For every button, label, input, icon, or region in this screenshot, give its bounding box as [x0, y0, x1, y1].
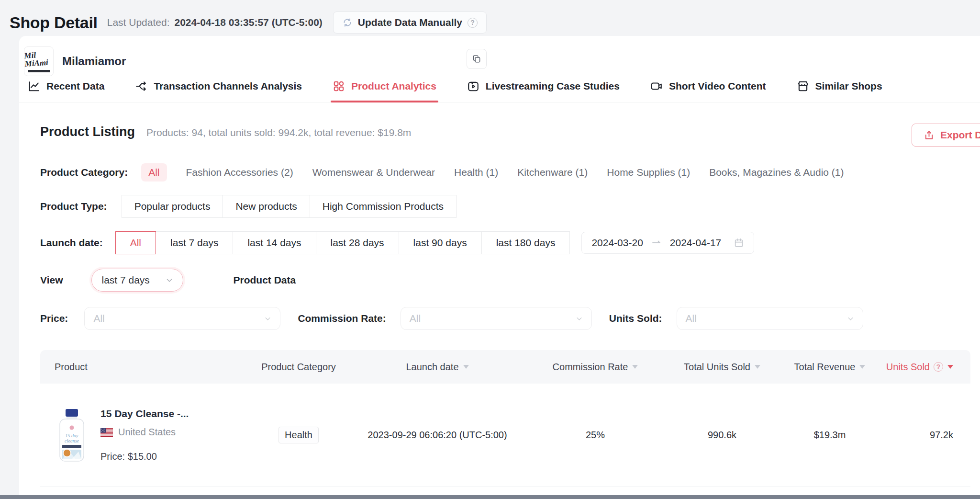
category-option-all[interactable]: All: [141, 163, 167, 181]
product-type-row: Product Type: Popular products New produ…: [40, 195, 980, 218]
live-video-icon: [467, 80, 479, 92]
date-from[interactable]: 2024-03-20: [591, 237, 643, 249]
commission-rate-select[interactable]: All: [401, 307, 592, 330]
table-row[interactable]: 15 day cleanse 15 Day Cleanse -...: [40, 384, 970, 487]
price-label: Price:: [40, 313, 68, 324]
svg-text:cleanse: cleanse: [65, 438, 79, 443]
commission-rate-cell: 25%: [523, 430, 667, 441]
date-to[interactable]: 2024-04-17: [670, 237, 721, 249]
category-option-books-magazines-audio[interactable]: Books, Magazines & Audio (1): [709, 167, 844, 178]
view-select[interactable]: last 7 days: [91, 269, 183, 292]
product-info: 15 Day Cleanse -...: [100, 408, 189, 462]
video-camera-icon: [650, 80, 663, 92]
type-option-high-commission[interactable]: High Commission Products: [310, 195, 457, 218]
units-sold-help-icon[interactable]: ?: [934, 362, 943, 372]
export-icon: [924, 130, 935, 141]
category-option-kitchenware[interactable]: Kitchenware (1): [517, 167, 588, 178]
refresh-icon: [342, 17, 353, 28]
category-option-fashion-accessories[interactable]: Fashion Accessories (2): [186, 167, 293, 178]
shop-header: Mil MiAmi Milamiamor: [19, 36, 980, 77]
product-image[interactable]: 15 day cleanse: [55, 408, 89, 462]
category-option-home-supplies[interactable]: Home Supplies (1): [607, 167, 690, 178]
sort-caret-icon: [463, 365, 469, 369]
view-select-value: last 7 days: [101, 274, 149, 286]
product-cell: 15 day cleanse 15 Day Cleanse -...: [40, 408, 246, 462]
listing-title: Product Listing: [40, 125, 135, 139]
shop-logo-bar: [28, 70, 50, 72]
category-filter-row: Product Category: All Fashion Accessorie…: [40, 163, 980, 181]
launch-option-90-days[interactable]: last 90 days: [399, 231, 482, 254]
col-total-revenue[interactable]: Total Revenue: [777, 362, 882, 373]
tab-recent-data[interactable]: Recent Data: [28, 80, 104, 102]
listing-header: Product Listing Products: 94, total unit…: [40, 125, 980, 139]
country-row: United States: [100, 427, 189, 438]
launch-date-label: Launch date:: [40, 237, 103, 249]
shop-logo-text: Mil MiAmi: [24, 49, 54, 68]
col-label: Units Sold: [886, 362, 930, 373]
launch-date-options: All last 7 days last 14 days last 28 day…: [115, 231, 570, 254]
sort-caret-icon: [632, 365, 638, 369]
shop-logo: Mil MiAmi: [24, 46, 54, 76]
copy-button[interactable]: [467, 49, 487, 69]
col-units-sold[interactable]: Units Sold ?: [882, 362, 970, 373]
svg-text:15 day: 15 day: [66, 433, 79, 438]
update-help-icon[interactable]: ?: [468, 18, 478, 28]
table-header: Product Product Category Launch date Com…: [40, 350, 970, 384]
us-flag-icon: [100, 428, 113, 437]
product-type-options: Popular products New products High Commi…: [122, 195, 457, 218]
product-name[interactable]: 15 Day Cleanse -...: [100, 408, 189, 420]
product-data-title: Product Data: [233, 274, 296, 286]
launch-date-cell: 2023-09-29 06:06:20 (UTC-5:00): [351, 430, 523, 441]
tab-livestreaming[interactable]: Livestreaming Case Studies: [467, 80, 620, 102]
launch-date-row: Launch date: All last 7 days last 14 day…: [40, 231, 980, 254]
tabs-bar: Recent Data Transaction Channels Analysi…: [19, 80, 980, 102]
date-range-picker[interactable]: 2024-03-20 2024-04-17: [581, 232, 754, 254]
launch-option-180-days[interactable]: last 180 days: [481, 231, 570, 254]
branch-icon: [135, 80, 147, 92]
launch-option-14-days[interactable]: last 14 days: [233, 231, 316, 254]
category-option-health[interactable]: Health (1): [454, 167, 498, 178]
arrow-right-icon: [652, 240, 661, 246]
export-button[interactable]: Export Data: [912, 124, 980, 147]
tab-label: Recent Data: [46, 80, 104, 92]
launch-option-all[interactable]: All: [115, 231, 156, 254]
type-option-popular[interactable]: Popular products: [122, 195, 223, 218]
launch-option-7-days[interactable]: last 7 days: [156, 231, 233, 254]
col-product: Product: [40, 362, 246, 373]
col-label: Total Units Sold: [684, 362, 750, 373]
top-header: Shop Detail Last Updated: 2024-04-18 03:…: [0, 0, 980, 34]
shop-icon: [797, 80, 809, 92]
total-revenue-cell: $19.3m: [777, 430, 882, 441]
category-option-womenswear[interactable]: Womenswear & Underwear: [312, 167, 435, 178]
units-select-value: All: [686, 313, 697, 324]
category-options: All Fashion Accessories (2) Womenswear &…: [141, 163, 844, 181]
product-price: Price: $15.00: [100, 451, 189, 462]
col-label: Total Revenue: [794, 362, 856, 373]
col-commission-rate[interactable]: Commission Rate: [523, 362, 667, 373]
update-data-button[interactable]: Update Data Manually ?: [333, 11, 487, 34]
tab-short-video[interactable]: Short Video Content: [650, 80, 766, 102]
tab-transaction-channels[interactable]: Transaction Channels Analysis: [135, 80, 302, 102]
product-table: Product Product Category Launch date Com…: [40, 350, 970, 487]
grid-icon: [333, 80, 345, 92]
active-tab-underline: [331, 101, 438, 102]
shop-detail-card: Mil MiAmi Milamiamor Recent Data: [19, 36, 980, 495]
chevron-down-icon: [847, 315, 854, 322]
units-sold-select[interactable]: All: [677, 307, 863, 330]
price-select[interactable]: All: [84, 307, 280, 330]
chevron-down-icon: [576, 315, 583, 322]
calendar-icon: [734, 238, 744, 248]
export-label: Export Data: [940, 129, 980, 141]
col-total-units-sold[interactable]: Total Units Sold: [667, 362, 777, 373]
type-option-new[interactable]: New products: [223, 195, 310, 218]
tab-similar-shops[interactable]: Similar Shops: [797, 80, 882, 102]
last-updated-value: 2024-04-18 03:35:57 (UTC-5:00): [174, 17, 322, 28]
launch-option-28-days[interactable]: last 28 days: [316, 231, 399, 254]
tab-product-analytics[interactable]: Product Analytics: [333, 80, 436, 102]
product-type-label: Product Type:: [40, 201, 107, 212]
tab-label: Livestreaming Case Studies: [486, 80, 620, 92]
category-tag: Health: [278, 427, 319, 443]
sort-caret-icon: [947, 365, 953, 369]
horizontal-scrollbar[interactable]: [0, 495, 980, 499]
col-launch-date[interactable]: Launch date: [351, 362, 523, 373]
